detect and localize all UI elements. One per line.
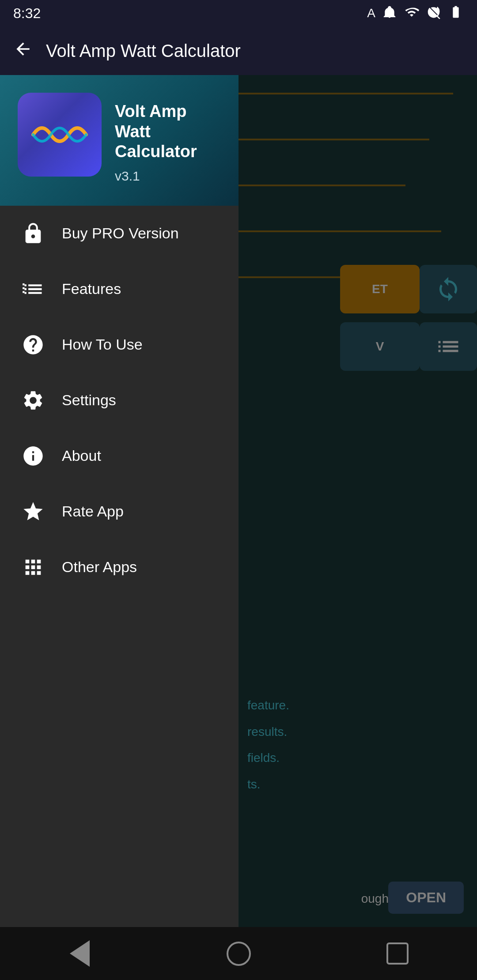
signal-icon <box>427 5 441 22</box>
info-icon <box>18 441 49 471</box>
nav-recent-button[interactable] <box>380 936 415 971</box>
menu-item-rate-app[interactable]: Rate App <box>0 484 238 539</box>
grid-icon <box>18 552 49 583</box>
menu-item-how-to-use[interactable]: How To Use <box>0 317 238 373</box>
drawer-menu: Buy PRO Version Features How To Use <box>0 206 238 927</box>
menu-label-how-to-use: How To Use <box>62 336 143 353</box>
menu-item-about[interactable]: About <box>0 428 238 484</box>
features-icon <box>18 274 49 305</box>
nav-home-button[interactable] <box>221 936 256 971</box>
drawer-app-name: Volt Amp Watt Calculator <box>115 102 221 162</box>
back-button[interactable] <box>13 39 33 63</box>
accessibility-icon: A <box>367 6 375 20</box>
menu-label-features: Features <box>62 280 121 298</box>
status-icons: A <box>367 5 464 22</box>
top-bar: Volt Amp Watt Calculator <box>0 26 477 75</box>
star-icon <box>18 496 49 527</box>
page-title: Volt Amp Watt Calculator <box>46 41 241 61</box>
bottom-nav <box>0 927 477 980</box>
battery-icon <box>448 5 464 22</box>
drawer-app-info: Volt Amp Watt Calculator v3.1 <box>115 93 221 184</box>
menu-item-other-apps[interactable]: Other Apps <box>0 539 238 595</box>
drawer-overlay[interactable] <box>238 75 477 927</box>
question-icon <box>18 329 49 360</box>
app-icon <box>18 93 102 177</box>
menu-label-about: About <box>62 447 101 464</box>
notification-icon <box>382 5 397 22</box>
status-bar: 8:32 A <box>0 0 477 26</box>
lock-icon <box>18 218 49 249</box>
menu-item-features[interactable]: Features <box>0 261 238 317</box>
gear-icon <box>18 385 49 416</box>
menu-label-buy-pro: Buy PRO Version <box>62 225 179 242</box>
menu-item-buy-pro[interactable]: Buy PRO Version <box>0 206 238 261</box>
menu-item-settings[interactable]: Settings <box>0 373 238 428</box>
svg-rect-1 <box>23 287 24 289</box>
nav-back-button[interactable] <box>62 936 97 971</box>
svg-rect-0 <box>23 283 24 285</box>
side-drawer: Volt Amp Watt Calculator v3.1 Buy PRO Ve… <box>0 75 238 927</box>
wifi-icon <box>404 5 420 22</box>
drawer-app-version: v3.1 <box>115 169 221 184</box>
menu-label-other-apps: Other Apps <box>62 558 137 576</box>
svg-rect-2 <box>23 291 24 293</box>
menu-label-rate-app: Rate App <box>62 503 124 520</box>
drawer-header: Volt Amp Watt Calculator v3.1 <box>0 75 238 206</box>
status-time: 8:32 <box>13 5 41 22</box>
menu-label-settings: Settings <box>62 392 116 409</box>
